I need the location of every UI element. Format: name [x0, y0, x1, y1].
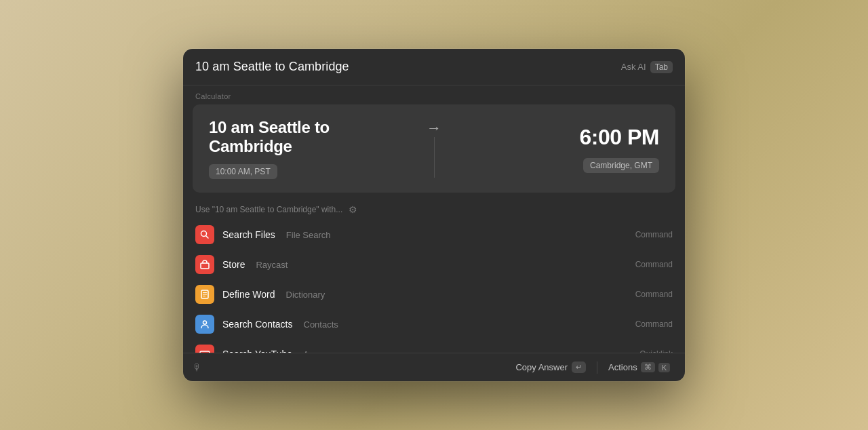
result-item-search-youtube[interactable]: Search YouTube Arc Quicklink — [183, 339, 685, 353]
copy-answer-button[interactable]: Copy Answer ↵ — [510, 359, 591, 376]
svg-line-1 — [206, 236, 209, 239]
ask-ai-group: Ask AI Tab — [621, 61, 673, 73]
calc-result-label: 6:00 PM — [580, 125, 659, 150]
search-files-sub: File Search — [286, 230, 331, 240]
ask-ai-label: Ask AI — [621, 62, 646, 72]
search-files-icon — [195, 225, 214, 244]
cmd-badge: ⌘ — [641, 362, 655, 372]
search-bar: 10 am Seattle to Cambridge Ask AI Tab — [183, 49, 685, 85]
define-word-shortcut: Command — [635, 290, 673, 299]
svg-point-7 — [203, 321, 207, 324]
gear-icon[interactable]: ⚙ — [347, 203, 359, 216]
store-sub: Raycast — [256, 260, 288, 270]
result-item-search-contacts[interactable]: Search Contacts Contacts Command — [183, 309, 685, 339]
enter-badge: ↵ — [572, 361, 586, 373]
copy-answer-label: Copy Answer — [515, 362, 568, 372]
calc-card-inner: 10 am Seattle to Cambridge 10:00 AM, PST… — [209, 118, 659, 179]
tab-badge[interactable]: Tab — [650, 61, 673, 73]
calc-from-label: 10 am Seattle to Cambridge — [209, 118, 416, 156]
section-label: Calculator — [183, 85, 685, 104]
calc-divider-line — [434, 137, 435, 178]
calc-center: → — [416, 119, 452, 178]
calculator-card: 10 am Seattle to Cambridge 10:00 AM, PST… — [193, 104, 675, 193]
search-contacts-shortcut: Command — [635, 319, 673, 329]
store-shortcut: Command — [635, 260, 673, 269]
calc-to-badge: Cambridge, GMT — [583, 158, 659, 173]
footer-divider — [597, 361, 597, 374]
calc-from-badge: 10:00 AM, PST — [209, 164, 277, 179]
spotlight-window: 10 am Seattle to Cambridge Ask AI Tab Ca… — [183, 49, 685, 381]
arrow-icon: → — [427, 119, 441, 137]
actions-label: Actions — [608, 362, 637, 372]
use-with-text: Use "10 am Seattle to Cambridge" with... — [195, 205, 342, 214]
svg-rect-8 — [200, 351, 210, 353]
k-badge: K — [658, 363, 670, 372]
results-list: Search Files File Search Command Store R… — [183, 220, 685, 353]
use-with-row: Use "10 am Seattle to Cambridge" with...… — [183, 199, 685, 220]
store-label: Store — [222, 259, 245, 270]
define-word-sub: Dictionary — [286, 290, 326, 300]
actions-button[interactable]: Actions ⌘ K — [603, 359, 675, 375]
result-item-define-word[interactable]: Define Word Dictionary Command — [183, 279, 685, 309]
search-contacts-label: Search Contacts — [222, 319, 293, 330]
footer-left: 🎙 — [193, 362, 202, 373]
search-youtube-shortcut: Quicklink — [639, 349, 673, 353]
footer: 🎙 Copy Answer ↵ Actions ⌘ K — [183, 353, 685, 381]
search-query: 10 am Seattle to Cambridge — [195, 60, 349, 74]
store-icon — [195, 255, 214, 274]
define-word-label: Define Word — [222, 289, 275, 300]
svg-rect-2 — [201, 263, 209, 269]
search-contacts-icon — [195, 315, 214, 334]
search-youtube-sub: Arc — [303, 349, 317, 353]
search-youtube-label: Search YouTube — [222, 349, 292, 353]
microphone-icon: 🎙 — [193, 362, 202, 373]
result-item-search-files[interactable]: Search Files File Search Command — [183, 220, 685, 250]
search-contacts-sub: Contacts — [304, 319, 338, 330]
search-files-label: Search Files — [222, 229, 275, 240]
define-word-icon — [195, 285, 214, 304]
search-youtube-icon — [195, 345, 214, 353]
search-files-shortcut: Command — [635, 230, 673, 239]
calc-right-section: 6:00 PM Cambridge, GMT — [452, 125, 659, 173]
result-item-store[interactable]: Store Raycast Command — [183, 250, 685, 279]
calc-left-section: 10 am Seattle to Cambridge 10:00 AM, PST — [209, 118, 416, 179]
